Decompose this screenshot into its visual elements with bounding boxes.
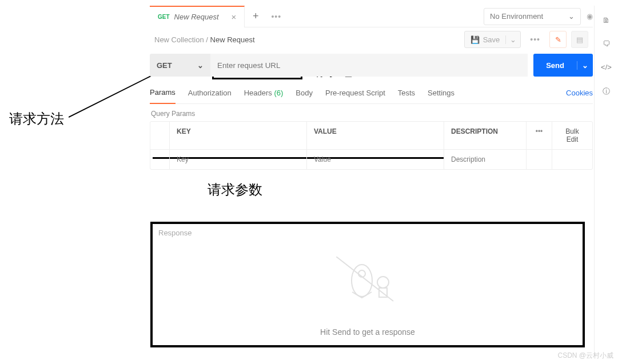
more-icon[interactable]: •••	[526, 122, 552, 149]
send-button[interactable]: Send ⌄	[533, 54, 593, 77]
comment-icon[interactable]: ▤	[571, 31, 588, 48]
response-title: Response	[153, 224, 583, 242]
tab-more-icon[interactable]: •••	[266, 12, 286, 21]
annotation-method: 请求方法	[9, 110, 64, 128]
breadcrumb-collection[interactable]: New Collection	[154, 35, 204, 44]
docs-icon[interactable]: 🗎	[603, 16, 610, 25]
chevron-down-icon[interactable]: ⌄	[577, 61, 593, 70]
comments-icon[interactable]: 🗨	[603, 39, 610, 48]
headers-count: (6)	[274, 89, 283, 97]
close-icon[interactable]: ×	[232, 12, 237, 22]
chevron-down-icon: ⌄	[197, 61, 204, 70]
url-input[interactable]	[210, 54, 528, 77]
breadcrumb: New Collection / New Request	[154, 35, 255, 44]
query-params-label: Query Params	[151, 110, 593, 118]
request-tab[interactable]: GET New Request ×	[150, 6, 245, 27]
method-value: GET	[157, 61, 172, 70]
breadcrumb-current: New Request	[210, 35, 255, 44]
tab-bar: GET New Request × + ••• No Environment ⌄…	[150, 6, 593, 27]
side-rail: 🗎 🗨 </> ⓘ	[594, 6, 618, 354]
table-row[interactable]: Key Value Description	[150, 150, 592, 169]
bulk-edit-link[interactable]: Bulk Edit	[552, 122, 592, 149]
tab-params[interactable]: Params	[150, 82, 176, 104]
method-select[interactable]: GET ⌄	[150, 54, 210, 77]
save-button[interactable]: 💾Save ⌄	[464, 31, 521, 48]
chevron-down-icon[interactable]: ⌄	[505, 35, 520, 44]
environment-select[interactable]: No Environment ⌄	[484, 8, 581, 25]
request-subtabs: Params Authorization Headers (6) Body Pr…	[150, 82, 593, 104]
col-description: DESCRIPTION	[444, 122, 526, 149]
watermark: CSDN @云村小威	[557, 351, 613, 361]
key-input[interactable]: Key	[170, 150, 307, 169]
new-tab-button[interactable]: +	[245, 10, 266, 22]
tab-title: New Request	[174, 13, 219, 21]
query-params-table: KEY VALUE DESCRIPTION ••• Bulk Edit Key …	[150, 121, 593, 170]
col-key: KEY	[170, 122, 307, 149]
tab-method: GET	[158, 14, 170, 20]
svg-point-1	[352, 265, 372, 297]
value-input[interactable]: Value	[307, 150, 444, 169]
tab-pre-request-script[interactable]: Pre-request Script	[325, 89, 385, 97]
save-icon: 💾	[471, 35, 480, 44]
tab-headers[interactable]: Headers (6)	[244, 89, 284, 97]
tab-body[interactable]: Body	[296, 89, 313, 97]
svg-point-3	[377, 277, 389, 288]
code-icon[interactable]: </>	[601, 63, 612, 71]
svg-line-0	[69, 71, 160, 117]
info-icon[interactable]: ⓘ	[603, 86, 610, 97]
cookies-link[interactable]: Cookies	[566, 89, 593, 97]
tab-tests[interactable]: Tests	[398, 89, 415, 97]
edit-icon[interactable]: ✎	[549, 31, 567, 48]
more-icon[interactable]: •••	[525, 35, 545, 44]
response-panel: Response Hit Send to get a response	[150, 222, 585, 347]
col-value: VALUE	[307, 122, 444, 149]
annotation-params: 请求参数	[208, 181, 262, 199]
response-placeholder: Hit Send to get a response	[153, 327, 583, 337]
tab-settings[interactable]: Settings	[428, 89, 454, 97]
eye-icon[interactable]: ◉	[587, 12, 593, 21]
environment-label: No Environment	[490, 12, 543, 21]
tab-authorization[interactable]: Authorization	[188, 89, 232, 97]
svg-line-5	[336, 257, 393, 301]
chevron-down-icon: ⌄	[568, 12, 575, 21]
description-input[interactable]: Description	[444, 150, 526, 169]
rocket-illustration-icon	[336, 257, 399, 308]
